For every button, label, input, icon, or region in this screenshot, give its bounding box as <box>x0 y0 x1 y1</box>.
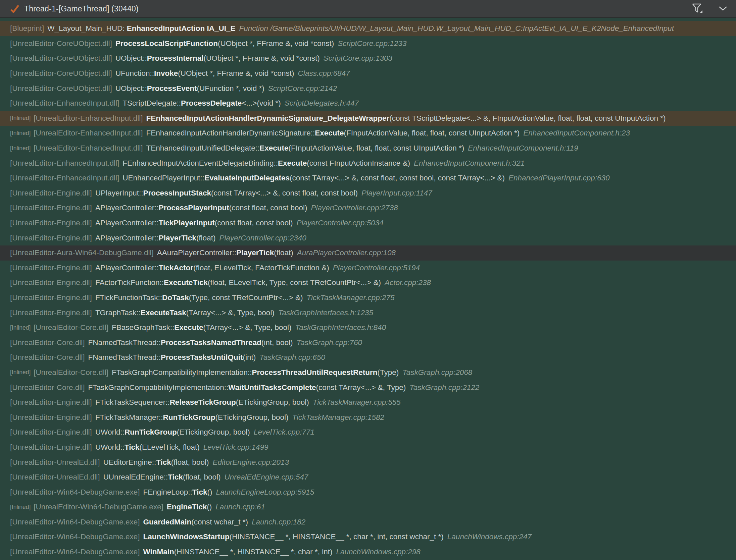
stack-frame-row[interactable]: [Inlined] [UnrealEditor-EnhancedInput.dl… <box>0 126 736 141</box>
frame-function: UObject::ProcessInternal(UObject *, FFra… <box>115 54 320 63</box>
stack-frame-row[interactable]: [UnrealEditor-EnhancedInput.dll] UEnhanc… <box>0 171 736 186</box>
stack-frame-row[interactable]: [UnrealEditor-Engine.dll] FTickTaskManag… <box>0 410 736 425</box>
filter-icon[interactable] <box>692 3 703 15</box>
stack-frame-row[interactable]: [Inlined] [UnrealEditor-Win64-DebugGame.… <box>0 500 736 515</box>
stack-frame-row[interactable]: [UnrealEditor-Engine.dll] APlayerControl… <box>0 216 736 231</box>
frame-function: W_Layout_Main_HUD: EnhancedInputAction I… <box>47 24 235 33</box>
frame-module: [UnrealEditor-Engine.dll] <box>10 293 92 302</box>
frame-location: TaskGraph.cpp:2122 <box>409 383 479 392</box>
frame-location: LaunchEngineLoop.cpp:5915 <box>216 488 314 497</box>
frame-function: UFunction::Invoke(UObject *, FFrame &, v… <box>115 69 294 78</box>
frame-location: LaunchWindows.cpp:298 <box>336 548 421 556</box>
frame-function: LaunchWindowsStartup(HINSTANCE__ *, HINS… <box>143 533 443 541</box>
frame-module: [UnrealEditor-Win64-DebugGame.exe] <box>10 533 140 541</box>
stack-frame-row[interactable]: [UnrealEditor-Engine.dll] APlayerControl… <box>0 261 736 276</box>
stack-frame-row[interactable]: [Inlined] [UnrealEditor-Core.dll] FBaseG… <box>0 320 736 335</box>
frame-location: TaskGraph.cpp:760 <box>296 338 362 347</box>
frame-location: TaskGraphInterfaces.h:840 <box>295 323 386 332</box>
stack-frame-row[interactable]: [UnrealEditor-Win64-DebugGame.exe] Guard… <box>0 515 736 530</box>
frame-module: [UnrealEditor-EnhancedInput.dll] <box>10 159 119 168</box>
frame-function: EngineTick() <box>167 503 212 511</box>
frame-location: TickTaskManager.cpp:1582 <box>292 413 384 422</box>
frame-function: APlayerController::PlayerTick(float) <box>95 234 216 242</box>
stack-frame-row[interactable]: [UnrealEditor-CoreUObject.dll] UObject::… <box>0 81 736 96</box>
stack-frame-row[interactable]: [UnrealEditor-CoreUObject.dll] ProcessLo… <box>0 36 736 51</box>
frame-module: [UnrealEditor-Core.dll] <box>10 338 85 347</box>
stack-frame-row[interactable]: [UnrealEditor-Aura-Win64-DebugGame.dll] … <box>0 245 736 261</box>
frame-function: APlayerController::TickPlayerInput(const… <box>95 219 293 227</box>
frame-module: [UnrealEditor-CoreUObject.dll] <box>10 84 112 93</box>
stack-frame-row[interactable]: [UnrealEditor-Engine.dll] APlayerControl… <box>0 201 736 216</box>
frame-function: FTickTaskSequencer::ReleaseTickGroup(ETi… <box>95 398 309 407</box>
stack-frame-row[interactable]: [UnrealEditor-UnrealEd.dll] UEditorEngin… <box>0 455 736 470</box>
frame-function: FTaskGraphCompatibilityImplementation::P… <box>112 368 399 377</box>
frame-location: TickTaskManager.cpp:555 <box>313 398 401 407</box>
frame-location: ScriptCore.cpp:1303 <box>324 54 392 63</box>
frame-module: [UnrealEditor-Engine.dll] <box>10 234 92 242</box>
frame-module: [UnrealEditor-Engine.dll] <box>10 443 92 452</box>
frame-location: EnhancedPlayerInput.cpp:630 <box>508 174 609 182</box>
thread-header[interactable]: Thread-1-[GameThread] (30440) <box>0 0 736 18</box>
frame-location: Launch.cpp:182 <box>252 518 305 526</box>
frame-function: GuardedMain(const wchar_t *) <box>143 518 248 526</box>
frame-location: Class.cpp:6847 <box>298 69 350 78</box>
frame-location: UnrealEdEngine.cpp:547 <box>224 473 308 482</box>
frame-location: AuraPlayerController.cpp:108 <box>297 248 396 257</box>
stack-frame-row[interactable]: [UnrealEditor-Engine.dll] APlayerControl… <box>0 230 736 245</box>
frame-location: LaunchWindows.cpp:247 <box>447 533 532 541</box>
stack-frame-row[interactable]: [UnrealEditor-Win64-DebugGame.exe] WinMa… <box>0 545 736 560</box>
stack-frame-row[interactable]: [UnrealEditor-Core.dll] FTaskGraphCompat… <box>0 380 736 395</box>
frame-module: [UnrealEditor-Win64-DebugGame.exe] <box>10 548 140 556</box>
frame-function: AAuraPlayerController::PlayerTick(float) <box>157 248 293 257</box>
stack-frame-row[interactable]: [UnrealEditor-Engine.dll] UWorld::RunTic… <box>0 425 736 440</box>
stack-frame-row[interactable]: [UnrealEditor-EnhancedInput.dll] FEnhanc… <box>0 156 736 171</box>
frame-location: TaskGraphInterfaces.h:1235 <box>278 309 373 317</box>
frame-module: [UnrealEditor-Win64-DebugGame.exe] <box>10 488 140 497</box>
frame-function: FActorTickFunction::ExecuteTick(float, E… <box>95 278 381 287</box>
stack-frame-row[interactable]: [UnrealEditor-Win64-DebugGame.exe] Launc… <box>0 529 736 545</box>
frame-location: PlayerController.cpp:2340 <box>219 234 306 242</box>
frame-module: [UnrealEditor-Engine.dll] <box>10 189 92 198</box>
frame-location: PlayerInput.cpp:1147 <box>361 189 432 198</box>
frame-module: [UnrealEditor-Core.dll] <box>34 323 108 332</box>
frame-function: FTaskGraphCompatibilityImplementation::W… <box>88 383 406 392</box>
stack-frame-row[interactable]: [UnrealEditor-Engine.dll] UWorld::Tick(E… <box>0 440 736 455</box>
stack-frame-row[interactable]: [UnrealEditor-CoreUObject.dll] UFunction… <box>0 66 736 81</box>
stack-frame-row[interactable]: [UnrealEditor-CoreUObject.dll] UObject::… <box>0 51 736 66</box>
chevron-down-icon[interactable] <box>719 6 727 11</box>
frame-module: [UnrealEditor-Engine.dll] <box>10 204 92 212</box>
frame-function: FNamedTaskThread::ProcessTasksNamedThrea… <box>88 338 293 347</box>
frame-location: PlayerController.cpp:2738 <box>311 204 398 212</box>
frame-location: ScriptDelegates.h:447 <box>285 99 359 108</box>
frame-function: FEnhancedInputActionHandlerDynamicSignat… <box>146 114 666 123</box>
frame-function: FEnhancedInputActionEventDelegateBinding… <box>122 159 410 168</box>
stack-frame-row[interactable]: [UnrealEditor-Core.dll] FNamedTaskThread… <box>0 350 736 365</box>
inlined-tag: [Inlined] <box>10 324 31 331</box>
frame-location: Launch.cpp:61 <box>215 503 265 511</box>
frame-function: UWorld::RunTickGroup(ETickingGroup, bool… <box>95 428 250 437</box>
stack-frame-row[interactable]: [Inlined] [UnrealEditor-Core.dll] FTaskG… <box>0 365 736 380</box>
frame-location: EditorEngine.cpp:2013 <box>212 458 289 467</box>
stack-frame-row[interactable]: [UnrealEditor-Engine.dll] FTickFunctionT… <box>0 290 736 305</box>
frame-location: LevelTick.cpp:1499 <box>203 443 268 452</box>
stack-frame-row[interactable]: [Inlined] [UnrealEditor-EnhancedInput.dl… <box>0 111 736 126</box>
frame-function: WinMain(HINSTANCE__ *, HINSTANCE__ *, ch… <box>143 548 332 556</box>
stack-frame-row[interactable]: [UnrealEditor-Engine.dll] FTickTaskSeque… <box>0 395 736 410</box>
stack-frame-row[interactable]: [UnrealEditor-EnhancedInput.dll] TScript… <box>0 96 736 111</box>
callstack-panel: Thread-1-[GameThread] (30440) [Blueprint… <box>0 0 736 560</box>
stack-frame-row[interactable]: [Inlined] [UnrealEditor-EnhancedInput.dl… <box>0 141 736 156</box>
stack-frame-row[interactable]: [Blueprint] W_Layout_Main_HUD: EnhancedI… <box>0 21 736 36</box>
stack-frame-row[interactable]: [UnrealEditor-UnrealEd.dll] UUnrealEdEng… <box>0 470 736 485</box>
frame-location: EnhancedInputComponent.h:321 <box>414 159 525 168</box>
stack-frame-row[interactable]: [UnrealEditor-Engine.dll] TGraphTask::Ex… <box>0 305 736 320</box>
frame-function: FEngineLoop::Tick() <box>143 488 212 497</box>
inlined-tag: [Inlined] <box>10 504 31 511</box>
stack-frame-row[interactable]: [UnrealEditor-Engine.dll] FActorTickFunc… <box>0 275 736 290</box>
frame-module: [UnrealEditor-EnhancedInput.dll] <box>34 129 143 137</box>
frame-module: [UnrealEditor-CoreUObject.dll] <box>10 54 112 63</box>
stack-frame-row[interactable]: [UnrealEditor-Win64-DebugGame.exe] FEngi… <box>0 485 736 500</box>
frame-function: FTickFunctionTask::DoTask(Type, const TR… <box>95 293 303 302</box>
stack-frame-row[interactable]: [UnrealEditor-Engine.dll] UPlayerInput::… <box>0 186 736 201</box>
frame-function: UPlayerInput::ProcessInputStack(const TA… <box>95 189 358 198</box>
stack-frame-row[interactable]: [UnrealEditor-Core.dll] FNamedTaskThread… <box>0 335 736 350</box>
